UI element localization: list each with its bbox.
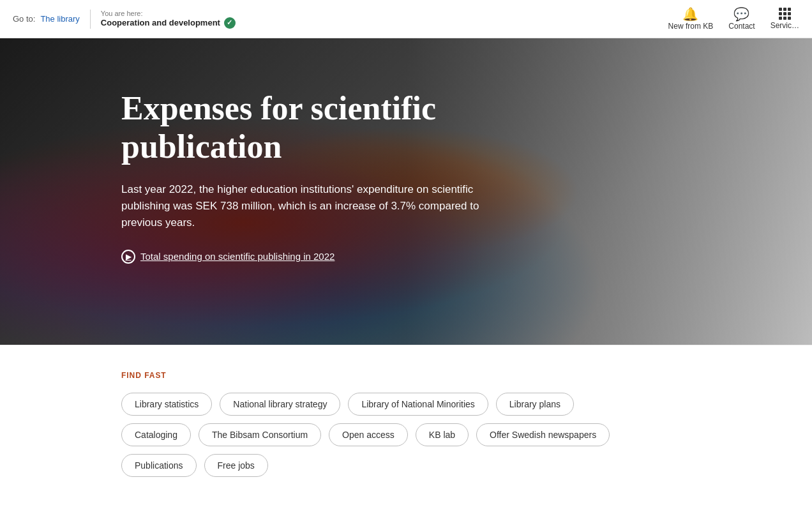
goto-library-link[interactable]: The library [40, 14, 79, 24]
nav-divider [90, 10, 91, 29]
pill-offer-swedish-newspapers[interactable]: Offer Swedish newspapers [476, 423, 610, 446]
hero-cta-text: Total spending on scientific publishing … [140, 251, 335, 262]
goto-label: Go to: [13, 14, 35, 24]
description-section: As an authority, KB promotes cooperation… [0, 497, 812, 521]
pill-library-plans[interactable]: Library plans [496, 393, 574, 416]
pill-row-1: Library statistics National library stra… [121, 393, 691, 416]
services-button[interactable]: Servic… [771, 8, 799, 30]
pill-cataloging[interactable]: Cataloging [121, 423, 191, 446]
hero-section: Expenses for scientific publication Last… [0, 38, 812, 345]
pill-library-of-national-minorities[interactable]: Library of National Minorities [348, 393, 488, 416]
find-fast-label: FIND FAST [121, 371, 691, 380]
arrow-circle-icon: ▶ [121, 250, 135, 264]
grid-icon [779, 8, 791, 20]
hero-content: Expenses for scientific publication Last… [0, 38, 511, 264]
bell-icon: 🔔 [682, 8, 698, 20]
breadcrumb-youare: You are here: Cooperation and developmen… [101, 10, 236, 29]
pill-national-library-strategy[interactable]: National library strategy [220, 393, 340, 416]
services-label: Servic… [771, 21, 799, 30]
pill-library-statistics[interactable]: Library statistics [121, 393, 212, 416]
pill-free-jobs[interactable]: Free jobs [204, 454, 268, 477]
breadcrumb-goto: Go to: The library [13, 14, 80, 24]
contact-label: Contact [728, 22, 755, 31]
pill-row-2: Cataloging The Bibsam Consortium Open ac… [121, 423, 691, 446]
hero-description: Last year 2022, the higher education ins… [121, 181, 492, 232]
pill-open-access[interactable]: Open access [329, 423, 408, 446]
youare-label: You are here: [101, 10, 236, 17]
hero-title: Expenses for scientific publication [121, 89, 511, 166]
pill-row-3: Publications Free jobs [121, 454, 691, 477]
new-from-kb-label: New from KB [668, 22, 714, 31]
hero-cta-link[interactable]: ▶ Total spending on scientific publishin… [121, 250, 511, 264]
current-page-label: Cooperation and development ✓ [101, 17, 236, 29]
contact-button[interactable]: 💬 Contact [728, 8, 755, 31]
page-indicator-badge: ✓ [224, 17, 236, 29]
new-from-kb-button[interactable]: 🔔 New from KB [668, 8, 714, 31]
pill-publications[interactable]: Publications [121, 454, 197, 477]
nav-right-actions: 🔔 New from KB 💬 Contact Servic… [668, 8, 799, 31]
pill-kb-lab[interactable]: KB lab [416, 423, 469, 446]
current-page-text: Cooperation and development [101, 18, 220, 27]
top-navigation: Go to: The library You are here: Coopera… [0, 0, 812, 38]
pill-bibsam-consortium[interactable]: The Bibsam Consortium [199, 423, 321, 446]
find-fast-section: FIND FAST Library statistics National li… [0, 345, 812, 497]
chat-icon: 💬 [733, 8, 749, 20]
